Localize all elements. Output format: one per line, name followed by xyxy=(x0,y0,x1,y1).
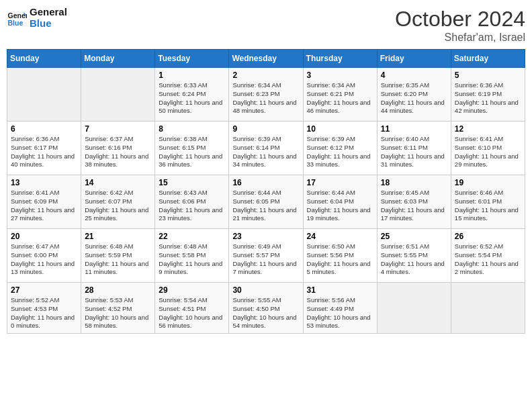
day-number: 29 xyxy=(159,285,225,295)
day-info: Sunrise: 5:53 AM Sunset: 4:52 PM Dayligh… xyxy=(85,296,151,330)
sunrise-text: Sunrise: 6:45 AM xyxy=(381,189,429,196)
sunrise-text: Sunrise: 5:55 AM xyxy=(232,296,281,304)
calendar-day-cell xyxy=(7,68,81,122)
daylight-text: Daylight: 11 hours and 21 minutes. xyxy=(232,206,296,222)
daylight-text: Daylight: 11 hours and 15 minutes. xyxy=(455,206,519,222)
daylight-text: Daylight: 11 hours and 44 minutes. xyxy=(381,99,445,115)
day-number: 14 xyxy=(85,178,151,187)
daylight-text: Daylight: 11 hours and 7 minutes. xyxy=(232,260,296,276)
calendar-day-cell: 28 Sunrise: 5:53 AM Sunset: 4:52 PM Dayl… xyxy=(81,283,155,334)
day-info: Sunrise: 6:49 AM Sunset: 5:57 PM Dayligh… xyxy=(232,242,299,277)
calendar-day-cell: 19 Sunrise: 6:46 AM Sunset: 6:01 PM Dayl… xyxy=(451,175,525,229)
sunset-text: Sunset: 6:12 PM xyxy=(307,144,354,151)
sunset-text: Sunset: 6:15 PM xyxy=(159,144,206,151)
weekday-header-cell: Monday xyxy=(81,50,155,68)
daylight-text: Daylight: 11 hours and 5 minutes. xyxy=(307,260,371,276)
day-number: 11 xyxy=(381,124,447,134)
day-info: Sunrise: 6:43 AM Sunset: 6:06 PM Dayligh… xyxy=(159,189,225,223)
calendar-day-cell: 11 Sunrise: 6:40 AM Sunset: 6:11 PM Dayl… xyxy=(377,122,451,175)
calendar-day-cell: 24 Sunrise: 6:50 AM Sunset: 5:56 PM Dayl… xyxy=(303,229,377,283)
calendar-day-cell xyxy=(377,283,451,334)
calendar-day-cell: 12 Sunrise: 6:41 AM Sunset: 6:10 PM Dayl… xyxy=(451,122,525,175)
calendar-day-cell: 14 Sunrise: 6:42 AM Sunset: 6:07 PM Dayl… xyxy=(81,175,155,229)
day-info: Sunrise: 6:46 AM Sunset: 6:01 PM Dayligh… xyxy=(455,189,521,223)
day-info: Sunrise: 6:34 AM Sunset: 6:21 PM Dayligh… xyxy=(307,81,373,116)
day-number: 28 xyxy=(85,285,151,295)
calendar-day-cell: 2 Sunrise: 6:34 AM Sunset: 6:23 PM Dayli… xyxy=(229,68,303,122)
calendar-day-cell: 13 Sunrise: 6:41 AM Sunset: 6:09 PM Dayl… xyxy=(7,175,81,229)
day-info: Sunrise: 6:44 AM Sunset: 6:04 PM Dayligh… xyxy=(307,189,373,223)
calendar-day-cell: 26 Sunrise: 6:52 AM Sunset: 5:54 PM Dayl… xyxy=(451,229,525,283)
sunrise-text: Sunrise: 5:56 AM xyxy=(307,296,355,304)
sunrise-text: Sunrise: 6:52 AM xyxy=(455,242,503,250)
day-number: 30 xyxy=(232,285,299,295)
calendar-day-cell: 9 Sunrise: 6:39 AM Sunset: 6:14 PM Dayli… xyxy=(229,122,303,175)
day-number: 23 xyxy=(232,232,299,241)
day-number: 15 xyxy=(159,178,225,187)
day-info: Sunrise: 6:47 AM Sunset: 6:00 PM Dayligh… xyxy=(11,242,77,277)
day-number: 6 xyxy=(11,124,77,134)
sunrise-text: Sunrise: 6:35 AM xyxy=(381,81,429,89)
calendar-day-cell: 8 Sunrise: 6:38 AM Sunset: 6:15 PM Dayli… xyxy=(155,122,229,175)
calendar-week-row: 27 Sunrise: 5:52 AM Sunset: 4:53 PM Dayl… xyxy=(7,283,525,334)
sunrise-text: Sunrise: 6:40 AM xyxy=(381,135,429,142)
sunset-text: Sunset: 6:19 PM xyxy=(455,90,502,97)
sunrise-text: Sunrise: 6:47 AM xyxy=(11,242,59,250)
day-info: Sunrise: 6:36 AM Sunset: 6:19 PM Dayligh… xyxy=(455,81,521,116)
day-number: 31 xyxy=(307,285,373,295)
calendar-day-cell: 3 Sunrise: 6:34 AM Sunset: 6:21 PM Dayli… xyxy=(303,68,377,122)
sunrise-text: Sunrise: 6:33 AM xyxy=(159,81,207,89)
daylight-text: Daylight: 11 hours and 27 minutes. xyxy=(11,206,75,222)
sunrise-text: Sunrise: 6:34 AM xyxy=(307,81,355,89)
daylight-text: Daylight: 11 hours and 42 minutes. xyxy=(455,99,519,115)
sunrise-text: Sunrise: 6:42 AM xyxy=(85,189,133,196)
day-number: 10 xyxy=(307,124,373,134)
sunset-text: Sunset: 6:17 PM xyxy=(11,144,58,151)
daylight-text: Daylight: 11 hours and 19 minutes. xyxy=(307,206,371,222)
sunset-text: Sunset: 6:24 PM xyxy=(159,90,206,97)
sunset-text: Sunset: 6:03 PM xyxy=(381,197,428,205)
sunrise-text: Sunrise: 6:41 AM xyxy=(455,135,503,142)
sunset-text: Sunset: 5:54 PM xyxy=(455,251,502,259)
day-info: Sunrise: 6:48 AM Sunset: 5:59 PM Dayligh… xyxy=(85,242,151,277)
sunset-text: Sunset: 4:50 PM xyxy=(232,305,279,312)
calendar-day-cell xyxy=(81,68,155,122)
weekday-header-cell: Wednesday xyxy=(229,50,303,68)
sunset-text: Sunset: 5:59 PM xyxy=(85,251,132,259)
calendar-day-cell: 20 Sunrise: 6:47 AM Sunset: 6:00 PM Dayl… xyxy=(7,229,81,283)
calendar-week-row: 6 Sunrise: 6:36 AM Sunset: 6:17 PM Dayli… xyxy=(7,122,525,175)
title-area: October 2024 Shefar'am, Israel xyxy=(395,7,525,44)
daylight-text: Daylight: 11 hours and 29 minutes. xyxy=(455,152,519,169)
day-number: 22 xyxy=(159,232,225,241)
day-info: Sunrise: 6:52 AM Sunset: 5:54 PM Dayligh… xyxy=(455,242,521,277)
logo-general: General xyxy=(30,7,67,18)
day-number: 2 xyxy=(232,71,299,80)
sunrise-text: Sunrise: 6:48 AM xyxy=(159,242,207,250)
day-number: 16 xyxy=(232,178,299,187)
sunset-text: Sunset: 5:56 PM xyxy=(307,251,354,259)
day-info: Sunrise: 6:44 AM Sunset: 6:05 PM Dayligh… xyxy=(232,189,299,223)
location-title: Shefar'am, Israel xyxy=(395,32,525,44)
day-number: 8 xyxy=(159,124,225,134)
day-number: 9 xyxy=(232,124,299,134)
sunset-text: Sunset: 6:00 PM xyxy=(11,251,58,259)
sunset-text: Sunset: 6:23 PM xyxy=(232,90,279,97)
page-header: General Blue General Blue October 2024 S… xyxy=(7,7,525,44)
daylight-text: Daylight: 10 hours and 53 minutes. xyxy=(307,314,371,330)
weekday-header-row: SundayMondayTuesdayWednesdayThursdayFrid… xyxy=(7,50,525,68)
day-number: 24 xyxy=(307,232,373,241)
calendar-day-cell: 1 Sunrise: 6:33 AM Sunset: 6:24 PM Dayli… xyxy=(155,68,229,122)
day-info: Sunrise: 6:41 AM Sunset: 6:09 PM Dayligh… xyxy=(11,189,77,223)
sunset-text: Sunset: 6:10 PM xyxy=(455,144,502,151)
day-info: Sunrise: 5:55 AM Sunset: 4:50 PM Dayligh… xyxy=(232,296,299,330)
daylight-text: Daylight: 10 hours and 58 minutes. xyxy=(85,314,148,330)
calendar-day-cell: 15 Sunrise: 6:43 AM Sunset: 6:06 PM Dayl… xyxy=(155,175,229,229)
calendar-day-cell: 23 Sunrise: 6:49 AM Sunset: 5:57 PM Dayl… xyxy=(229,229,303,283)
calendar-day-cell: 31 Sunrise: 5:56 AM Sunset: 4:49 PM Dayl… xyxy=(303,283,377,334)
sunrise-text: Sunrise: 6:51 AM xyxy=(381,242,429,250)
day-info: Sunrise: 6:42 AM Sunset: 6:07 PM Dayligh… xyxy=(85,189,151,223)
sunrise-text: Sunrise: 6:36 AM xyxy=(455,81,503,89)
calendar-day-cell: 22 Sunrise: 6:48 AM Sunset: 5:58 PM Dayl… xyxy=(155,229,229,283)
day-number: 3 xyxy=(307,71,373,80)
sunset-text: Sunset: 4:51 PM xyxy=(159,305,206,312)
